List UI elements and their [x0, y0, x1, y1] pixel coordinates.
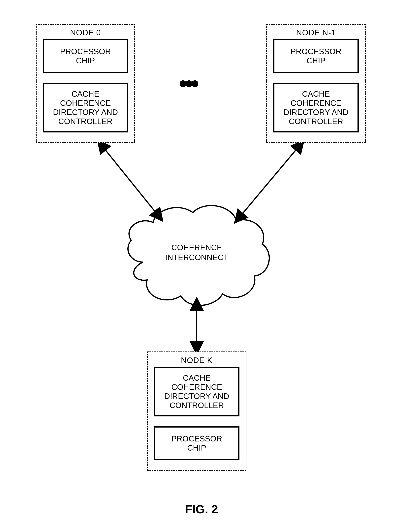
cloud-label-2: INTERCONNECT — [165, 253, 228, 262]
node-k-cache-coherence: CACHE COHERENCE DIRECTORY AND CONTROLLER — [154, 367, 240, 416]
cloud-interconnect: COHERENCE INTERCONNECT — [128, 206, 269, 305]
cloud-label-1: COHERENCE — [171, 243, 222, 252]
arrow-nodeN1-cloud — [239, 145, 300, 218]
node-k-processor-chip: PROCESSOR CHIP — [154, 426, 240, 460]
node-n1-title: NODE N-1 — [267, 28, 365, 37]
arrow-node0-cloud — [101, 145, 159, 216]
node-0-processor-chip: PROCESSOR CHIP — [43, 39, 128, 73]
node-n-1: NODE N-1 PROCESSOR CHIP CACHE COHERENCE … — [266, 24, 366, 143]
node-n1-cache-coherence: CACHE COHERENCE DIRECTORY AND CONTROLLER — [273, 83, 359, 133]
node-k-title: NODE K — [148, 356, 246, 365]
node-0: NODE 0 PROCESSOR CHIP CACHE COHERENCE DI… — [36, 24, 135, 143]
figure-label: FIG. 2 — [0, 502, 403, 516]
ellipsis-dots: ••• — [179, 70, 197, 97]
node-k: NODE K CACHE COHERENCE DIRECTORY AND CON… — [147, 351, 247, 471]
node-n1-processor-chip: PROCESSOR CHIP — [273, 39, 359, 73]
node-0-cache-coherence: CACHE COHERENCE DIRECTORY AND CONTROLLER — [43, 83, 128, 133]
diagram-page: COHERENCE INTERCONNECT NODE 0 PROCESSOR … — [0, 0, 403, 532]
node-0-title: NODE 0 — [37, 28, 134, 37]
